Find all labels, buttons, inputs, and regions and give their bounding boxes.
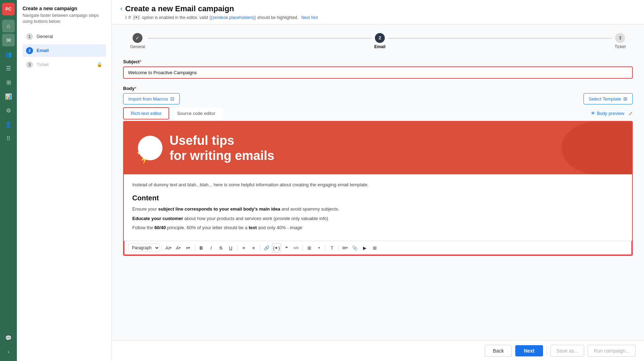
back-arrow-button[interactable]: ‹: [120, 5, 122, 12]
hint-middle: option is enabled in the editor, valid: [142, 15, 208, 20]
paragraph-select[interactable]: Paragraph: [128, 244, 160, 252]
toolbar-sep-3: [237, 245, 237, 251]
sidebar-steps: 1 General 2 Email 3 Ticket 🔒: [23, 30, 106, 71]
email-preview: ⚡ ✦ Useful tips for writing emails Inste…: [123, 121, 633, 256]
rich-text-tab[interactable]: Rich-text editor: [123, 107, 169, 120]
banner-elements: ⚡ ✦: [138, 136, 162, 160]
hint-suffix: should be highlighted.: [257, 15, 299, 20]
attachment-button[interactable]: 📎: [350, 243, 359, 252]
subject-input[interactable]: [123, 66, 633, 79]
banner-wave: [562, 122, 632, 174]
image-dropdown[interactable]: ▾: [314, 243, 324, 252]
email-format-button[interactable]: ✉ ▾: [340, 243, 350, 252]
banner-line1: Useful tips: [170, 133, 274, 148]
hint-placeholder[interactable]: {{zendesk.placeholders}}: [210, 15, 256, 20]
step-num-general: 1: [26, 33, 33, 40]
bold-button[interactable]: B: [197, 243, 206, 252]
toolbar-sep-2: [195, 245, 195, 251]
back-button[interactable]: Back: [485, 345, 512, 357]
underline-button[interactable]: U: [226, 243, 235, 252]
next-button[interactable]: Next: [515, 345, 543, 356]
hint-prefix: If: [128, 15, 131, 20]
top-bar: ‹ Create a new Email campaign ℹ If {✦} o…: [112, 0, 644, 25]
page-title: Create a new Email campaign: [125, 4, 636, 13]
left-navigation: PC ⌂ ✉ 👥 ☰ ⊞ 📊 ⚙ 👤 ⠿ 💬 ›: [0, 0, 17, 361]
link-button[interactable]: 🔗: [262, 243, 271, 252]
progress-step-ticket: 3 Ticket: [614, 33, 626, 49]
align-button[interactable]: ≡ ▾: [184, 243, 193, 252]
progress-line-2: [388, 38, 612, 39]
code-button[interactable]: </>: [292, 243, 301, 252]
nav-settings[interactable]: ⚙: [2, 104, 15, 117]
email-body: Instead of dummy text and blah...blah...…: [124, 174, 632, 241]
nav-chat[interactable]: 💬: [2, 331, 15, 344]
save-button[interactable]: Save as...: [550, 345, 584, 357]
step-label-general: General: [37, 34, 53, 39]
nav-chart[interactable]: 📊: [2, 90, 15, 103]
step-label-email: Email: [37, 48, 49, 53]
subject-label: Subject*: [123, 59, 633, 64]
preview-controls: 👁 Body preview ⤢: [591, 111, 633, 116]
progress-step-general: ✓ General: [130, 33, 145, 49]
body-label: Body*: [123, 86, 633, 91]
sidebar-description: Navigate faster between campaign steps u…: [23, 13, 106, 25]
main-content: ‹ Create a new Email campaign ℹ If {✦} o…: [112, 0, 644, 361]
next-hint-link[interactable]: Next hint: [301, 15, 318, 20]
clear-format-button[interactable]: T: [327, 243, 337, 252]
placeholder-button[interactable]: {✦}: [272, 243, 281, 252]
progress-bar: ✓ General 2 Email 3 Ticket: [123, 33, 633, 49]
step-num-email: 2: [26, 47, 33, 54]
quote-button[interactable]: ❝: [282, 243, 291, 252]
progress-label-email: Email: [374, 44, 385, 49]
source-code-tab[interactable]: Source code editor: [169, 107, 223, 120]
expand-editor-button[interactable]: ⤢: [629, 111, 633, 116]
nav-user[interactable]: 👤: [2, 118, 15, 131]
import-macros-label: Import from Macros: [128, 96, 168, 102]
video-button[interactable]: ▶: [360, 243, 369, 252]
strike-button[interactable]: S: [216, 243, 225, 252]
ai-button[interactable]: AI ▾: [164, 243, 173, 252]
email-intro: Instead of dummy text and blah...blah...…: [132, 181, 624, 188]
toolbar-sep-7: [338, 245, 339, 251]
progress-step-email: 2 Email: [374, 33, 385, 49]
nav-add[interactable]: ⊞: [2, 76, 15, 89]
email-banner: ⚡ ✦ Useful tips for writing emails: [124, 122, 632, 174]
sidebar-item-ticket[interactable]: 3 Ticket 🔒: [23, 58, 106, 71]
bullet-list-button[interactable]: ≡: [239, 243, 248, 252]
body-preview-button[interactable]: 👁 Body preview: [591, 111, 624, 116]
select-template-button[interactable]: Select Template ⊞: [584, 93, 633, 104]
progress-circle-email: 2: [375, 33, 385, 43]
image-button[interactable]: ⊞: [305, 243, 314, 252]
banner-circle: [138, 136, 162, 160]
editor-bottom-toolbar: Paragraph AI ▾ A ▾ ≡ ▾ B I S U ≡ ≡ 🔗: [124, 241, 632, 255]
import-macros-button[interactable]: Import from Macros ⊟: [123, 93, 180, 104]
sidebar-item-email[interactable]: 2 Email: [23, 44, 106, 57]
ordered-list-button[interactable]: ≡: [249, 243, 258, 252]
nav-contacts[interactable]: 👥: [2, 48, 15, 60]
sidebar-item-general[interactable]: 1 General: [23, 30, 106, 43]
font-color-button[interactable]: A ▾: [174, 243, 183, 252]
nav-home[interactable]: ⌂: [2, 20, 15, 32]
italic-button[interactable]: I: [206, 243, 216, 252]
banner-line2: for writing emails: [170, 148, 274, 163]
toolbar-sep-6: [325, 245, 326, 251]
toolbar-sep-1: [162, 245, 162, 251]
nav-collapse[interactable]: ›: [2, 346, 15, 358]
step-num-ticket: 3: [26, 61, 33, 68]
nav-grid[interactable]: ⠿: [2, 132, 15, 145]
email-tip2: Educate your customer about how your pro…: [132, 215, 624, 223]
nav-list[interactable]: ☰: [2, 62, 15, 75]
hint-option: {✦}: [132, 15, 141, 20]
content-area: ✓ General 2 Email 3 Ticket Subject*: [112, 25, 644, 340]
footer-separator: [547, 346, 547, 356]
table-button[interactable]: ⊞: [370, 243, 379, 252]
progress-line-1: [148, 38, 371, 39]
run-campaign-button[interactable]: Run campaign...: [588, 345, 636, 357]
nav-email[interactable]: ✉: [2, 34, 15, 46]
body-preview-label: Body preview: [597, 111, 624, 116]
email-tip3: Follow the 60/40 principle. 60% of your …: [132, 224, 624, 232]
top-bar-text: Create a new Email campaign ℹ If {✦} opt…: [125, 4, 636, 20]
body-actions-row: Import from Macros ⊟ Select Template ⊞: [123, 93, 633, 104]
progress-circle-general: ✓: [133, 33, 142, 43]
email-content-title: Content: [132, 194, 624, 202]
